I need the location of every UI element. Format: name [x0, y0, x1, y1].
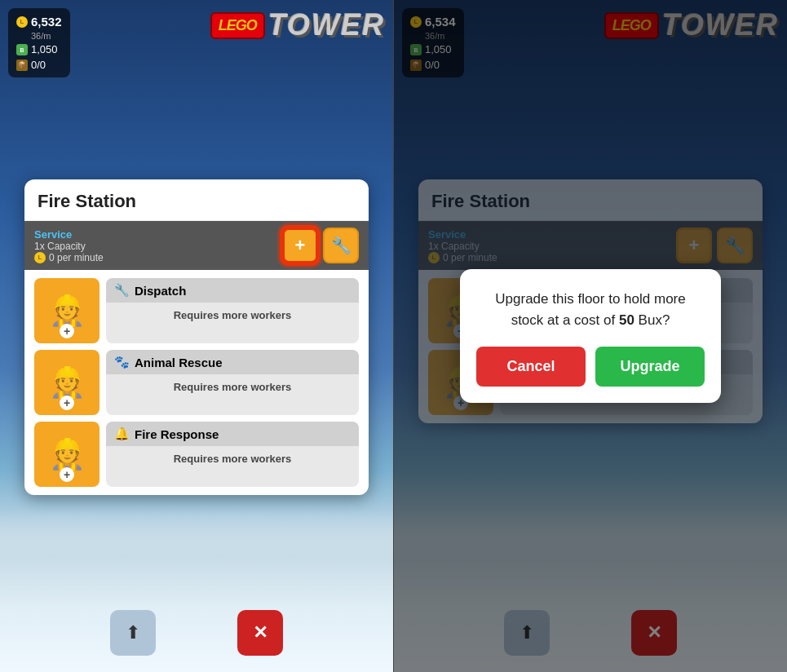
worker-figure-animal: 👷: [49, 365, 86, 400]
tool-icon: 🔧: [331, 236, 351, 255]
upgrade-icon: +: [295, 235, 306, 256]
share-icon: ⬆: [126, 622, 140, 643]
worker-slot-dispatch[interactable]: 👷 +: [34, 278, 99, 343]
bux-amount: 1,050: [31, 42, 58, 57]
close-button[interactable]: ✕: [237, 610, 283, 656]
service-row-fire: 👷 + 🔔 Fire Response Requires more worker…: [34, 422, 359, 487]
modal-buttons: Cancel Upgrade: [476, 347, 705, 387]
cancel-button[interactable]: Cancel: [476, 347, 586, 387]
confirm-upgrade-button[interactable]: Upgrade: [595, 347, 705, 387]
storage-icon: 📦: [16, 60, 28, 71]
coin-rate: 36/m: [31, 30, 62, 42]
service-info: Service 1x Capacity L 0 per minute: [34, 228, 104, 263]
service-row-animal: 👷 + 🐾 Animal Rescue Requires more worker…: [34, 350, 359, 415]
modal-currency: Bux?: [639, 312, 670, 328]
panel-title: Fire Station: [24, 179, 369, 221]
fire-status: Requires more workers: [106, 446, 359, 471]
modal-text-1: Upgrade this floor to hold more: [495, 291, 685, 307]
service-detail-fire: 🔔 Fire Response Requires more workers: [106, 422, 359, 487]
lego-badge: LEGO: [210, 12, 265, 39]
service-capacity: 1x Capacity: [34, 241, 104, 252]
logo-area: LEGO TOWER: [210, 8, 385, 42]
share-button[interactable]: ⬆: [110, 610, 156, 656]
animal-status: Requires more workers: [106, 374, 359, 400]
upgrade-modal: Upgrade this floor to hold more stock at…: [460, 269, 721, 403]
modal-text: Upgrade this floor to hold more stock at…: [476, 289, 705, 330]
dispatch-name: Dispatch: [135, 284, 186, 298]
service-row-dispatch: 👷 + 🔧 Dispatch Requires more workers: [34, 278, 359, 343]
bux-icon: B: [16, 44, 28, 55]
right-screen: L 6,534 36/m B 1,050 📦 0/0 LEGO TOWER Fi…: [394, 0, 787, 672]
dispatch-status: Requires more workers: [106, 303, 359, 328]
fire-name: Fire Response: [135, 427, 219, 441]
modal-overlay: Upgrade this floor to hold more stock at…: [394, 0, 787, 672]
left-screen: L 6,532 36/m B 1,050 📦 0/0 LEGO TOWER Fi…: [0, 0, 393, 672]
service-rate: L 0 per minute: [34, 252, 104, 263]
worker-figure-dispatch: 👷: [49, 294, 86, 328]
service-detail-animal: 🐾 Animal Rescue Requires more workers: [106, 350, 359, 415]
worker-slot-fire[interactable]: 👷 +: [34, 422, 99, 487]
animal-name-bar: 🐾 Animal Rescue: [106, 350, 359, 374]
storage-amount: 0/0: [31, 58, 46, 73]
animal-name: Animal Rescue: [135, 356, 223, 369]
service-buttons: + 🔧: [282, 228, 359, 263]
modal-amount: 50: [619, 312, 634, 328]
bottom-buttons: ⬆ ✕: [0, 610, 393, 656]
close-icon: ✕: [253, 622, 267, 643]
fire-name-bar: 🔔 Fire Response: [106, 422, 359, 446]
worker-plus-fire: +: [60, 467, 74, 482]
fire-station-panel: Fire Station Service 1x Capacity L 0 per…: [24, 179, 369, 495]
coin-amount: 6,532: [31, 13, 62, 30]
tool-button[interactable]: 🔧: [323, 228, 359, 263]
storage-row: 📦 0/0: [16, 58, 62, 73]
service-detail-dispatch: 🔧 Dispatch Requires more workers: [106, 278, 359, 343]
header: L 6,532 36/m B 1,050 📦 0/0 LEGO TOWER: [8, 8, 385, 77]
coin-icon: L: [16, 16, 28, 28]
bux-row: B 1,050: [16, 42, 62, 57]
modal-text-2: stock at a cost of: [511, 312, 616, 328]
fire-icon: 🔔: [114, 427, 130, 441]
service-rows: 👷 + 🔧 Dispatch Requires more workers 👷 +: [24, 270, 369, 495]
dispatch-name-bar: 🔧 Dispatch: [106, 278, 359, 303]
service-coin-icon: L: [34, 252, 46, 263]
stats-box: L 6,532 36/m B 1,050 📦 0/0: [8, 8, 70, 77]
animal-icon: 🐾: [114, 355, 130, 369]
worker-slot-animal[interactable]: 👷 +: [34, 350, 99, 415]
coins-row: L 6,532: [16, 13, 62, 30]
worker-plus-dispatch: +: [60, 324, 74, 338]
worker-plus-animal: +: [60, 396, 74, 410]
tower-text: TOWER: [268, 8, 385, 42]
service-bar: Service 1x Capacity L 0 per minute + 🔧: [24, 221, 369, 270]
worker-figure-fire: 👷: [49, 437, 86, 471]
upgrade-button[interactable]: +: [282, 228, 318, 263]
service-label: Service: [34, 228, 104, 241]
dispatch-icon: 🔧: [114, 283, 130, 298]
